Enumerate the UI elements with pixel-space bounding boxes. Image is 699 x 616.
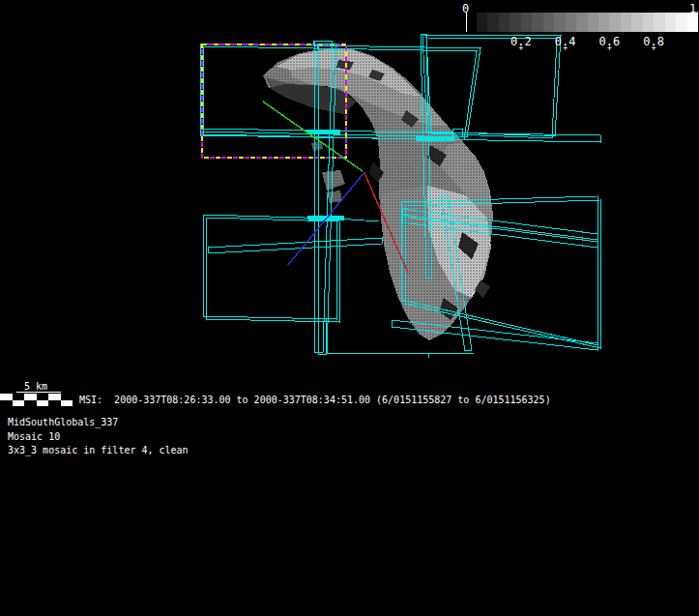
colorbar-step-5 [532, 13, 542, 32]
colorbar-tick-mark-0.4: + [551, 44, 580, 52]
msi-status-line: MSI: 2000-337T08:26:33.00 to 2000-337T08… [79, 395, 551, 405]
colorbar-step-3 [510, 13, 520, 32]
colorbar-gradient [477, 13, 698, 32]
overlap-segment-3 [416, 138, 454, 139]
scale-bar-cell [37, 400, 49, 407]
scale-bar-cell [0, 400, 13, 407]
colorbar-step-4 [521, 13, 532, 32]
footprint-top-b [426, 38, 557, 138]
scale-bar-cell [61, 400, 73, 407]
scale-bar-label: 5 km [24, 381, 47, 392]
mosaic-description-label: 3x3_3 mosaic in filter 4, clean [8, 445, 189, 455]
colorbar-step-2 [499, 13, 510, 32]
scale-bar-cell [24, 400, 37, 407]
colorbar-min-tickline [466, 12, 467, 32]
colorbar-step-1 [487, 13, 498, 32]
sequence-name-label: MidSouthGlobals_337 [8, 417, 118, 427]
scale-bar-cell [48, 400, 61, 407]
scale-bar-checker [0, 394, 73, 406]
asteroid-shape-model [263, 48, 493, 340]
colorbar-tick-mark-0.2: + [507, 44, 536, 52]
colorbar-tick-mark-0.6: + [595, 44, 624, 52]
colorbar-step-0 [477, 13, 487, 32]
mosaic-display-canvas [0, 0, 699, 616]
colorbar-tick-mark-0.8: + [639, 44, 668, 52]
mosaic-planner-window: 0 1 0.2+0.4+0.6+0.8+ 5 km MSI: 2000-337T… [0, 0, 699, 616]
scale-bar-topline [16, 392, 61, 393]
colorbar-step-16 [654, 13, 664, 32]
scale-bar-cell [13, 400, 25, 407]
footprint-south-edge [326, 319, 474, 353]
colorbar-step-7 [554, 13, 565, 32]
colorbar-step-15 [643, 13, 654, 32]
mosaic-number-label: Mosaic 10 [8, 431, 60, 442]
colorbar-step-10 [588, 13, 598, 32]
colorbar-step-11 [598, 13, 609, 32]
colorbar-step-14 [631, 13, 642, 32]
colorbar-step-6 [543, 13, 554, 32]
colorbar-step-19 [687, 13, 698, 32]
colorbar-step-17 [665, 13, 676, 32]
overlap-segment-1 [306, 132, 340, 132]
colorbar-step-13 [621, 13, 631, 32]
colorbar-step-8 [566, 13, 576, 32]
colorbar-step-18 [676, 13, 686, 32]
footprint-strip-west [208, 238, 382, 253]
colorbar-step-9 [576, 13, 587, 32]
asteroid-debris-dither-0 [322, 170, 345, 191]
colorbar-step-12 [609, 13, 620, 32]
